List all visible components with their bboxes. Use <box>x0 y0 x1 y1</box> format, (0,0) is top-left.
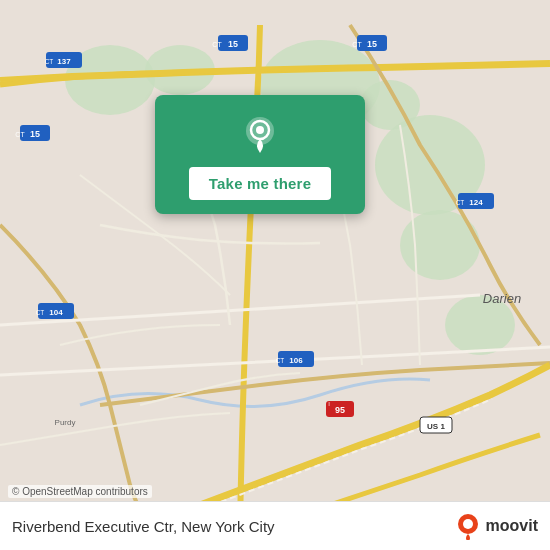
location-card: Take me there <box>155 95 365 214</box>
svg-text:95: 95 <box>335 405 345 415</box>
svg-text:CT: CT <box>212 41 222 48</box>
svg-text:106: 106 <box>289 356 303 365</box>
pin-icon <box>238 113 282 157</box>
svg-text:CT: CT <box>36 309 45 316</box>
svg-text:104: 104 <box>49 308 63 317</box>
svg-text:CT: CT <box>15 131 25 138</box>
svg-text:CT: CT <box>276 357 285 364</box>
map-container: 15 CT 15 CT 137 CT 15 CT 124 CT 104 CT 1… <box>0 0 550 550</box>
moovit-logo: m moovit <box>454 512 538 540</box>
moovit-text: moovit <box>486 517 538 535</box>
svg-text:124: 124 <box>469 198 483 207</box>
take-me-there-button[interactable]: Take me there <box>189 167 331 200</box>
svg-text:CT: CT <box>45 58 54 65</box>
svg-text:CT: CT <box>456 199 465 206</box>
svg-point-38 <box>256 126 264 134</box>
svg-text:US 1: US 1 <box>427 422 445 431</box>
moovit-icon: m <box>454 512 482 540</box>
svg-text:m: m <box>464 521 471 530</box>
svg-text:15: 15 <box>30 129 40 139</box>
svg-text:Purdy: Purdy <box>55 418 76 427</box>
svg-text:15: 15 <box>367 39 377 49</box>
bottom-bar: Riverbend Executive Ctr, New York City m… <box>0 501 550 550</box>
location-name: Riverbend Executive Ctr, New York City <box>12 518 275 535</box>
attribution-text: © OpenStreetMap contributors <box>8 485 152 498</box>
svg-text:Darien: Darien <box>483 291 521 306</box>
svg-text:137: 137 <box>57 57 71 66</box>
svg-text:15: 15 <box>228 39 238 49</box>
svg-text:CT: CT <box>352 41 362 48</box>
